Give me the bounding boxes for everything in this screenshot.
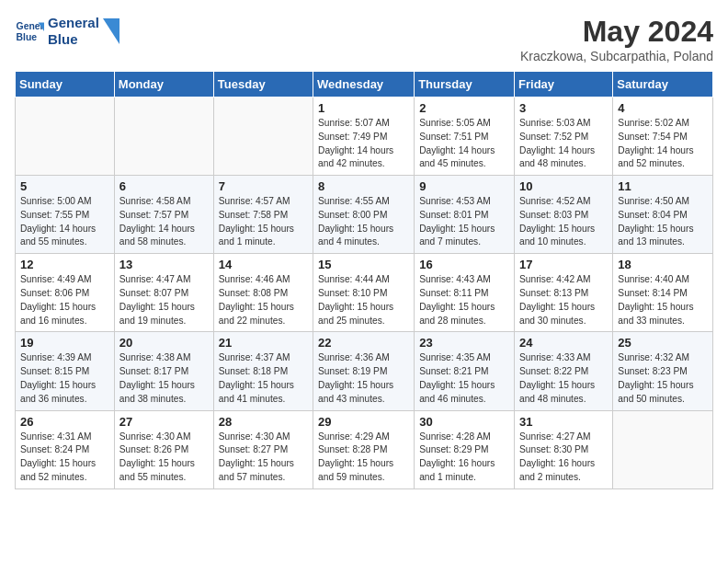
svg-text:Blue: Blue bbox=[17, 32, 38, 42]
day-number: 11 bbox=[618, 179, 708, 193]
day-number: 23 bbox=[419, 336, 509, 350]
day-info: Sunrise: 4:52 AMSunset: 8:03 PMDaylight:… bbox=[519, 195, 608, 249]
day-number: 16 bbox=[419, 258, 509, 271]
day-number: 3 bbox=[519, 101, 608, 115]
calendar-day-cell: 18Sunrise: 4:40 AMSunset: 8:14 PMDayligh… bbox=[613, 254, 713, 332]
calendar-day-cell bbox=[213, 98, 313, 176]
logo-text-blue: Blue bbox=[48, 31, 99, 48]
day-info: Sunrise: 4:39 AMSunset: 8:15 PMDaylight:… bbox=[20, 351, 109, 406]
calendar-day-cell: 1Sunrise: 5:07 AMSunset: 7:49 PMDaylight… bbox=[313, 98, 415, 176]
calendar-day-cell: 10Sunrise: 4:52 AMSunset: 8:03 PMDayligh… bbox=[515, 176, 613, 254]
day-info: Sunrise: 4:44 AMSunset: 8:10 PMDaylight:… bbox=[318, 273, 409, 327]
day-number: 4 bbox=[618, 101, 708, 115]
day-number: 29 bbox=[318, 415, 409, 429]
calendar-day-cell: 24Sunrise: 4:33 AMSunset: 8:22 PMDayligh… bbox=[515, 332, 613, 410]
calendar-day-cell: 16Sunrise: 4:43 AMSunset: 8:11 PMDayligh… bbox=[415, 254, 515, 332]
day-number: 6 bbox=[119, 179, 209, 193]
calendar-day-cell: 26Sunrise: 4:31 AMSunset: 8:24 PMDayligh… bbox=[16, 410, 115, 488]
day-of-week-header: Sunday bbox=[16, 72, 115, 98]
logo-icon: General Blue bbox=[15, 17, 44, 46]
day-number: 5 bbox=[20, 179, 109, 193]
calendar-day-cell bbox=[16, 98, 115, 176]
calendar-day-cell: 14Sunrise: 4:46 AMSunset: 8:08 PMDayligh… bbox=[213, 254, 313, 332]
calendar-day-cell: 7Sunrise: 4:57 AMSunset: 7:58 PMDaylight… bbox=[213, 176, 313, 254]
calendar-day-cell: 2Sunrise: 5:05 AMSunset: 7:51 PMDaylight… bbox=[415, 98, 515, 176]
day-number: 9 bbox=[419, 179, 509, 193]
day-number: 7 bbox=[219, 179, 308, 193]
day-of-week-header: Wednesday bbox=[313, 72, 415, 98]
day-info: Sunrise: 5:00 AMSunset: 7:55 PMDaylight:… bbox=[20, 195, 109, 249]
day-of-week-header: Saturday bbox=[613, 72, 713, 98]
day-info: Sunrise: 4:28 AMSunset: 8:29 PMDaylight:… bbox=[419, 431, 509, 485]
day-number: 28 bbox=[219, 415, 308, 429]
calendar-day-cell: 29Sunrise: 4:29 AMSunset: 8:28 PMDayligh… bbox=[313, 410, 415, 488]
day-info: Sunrise: 4:31 AMSunset: 8:24 PMDaylight:… bbox=[20, 431, 109, 485]
day-info: Sunrise: 4:29 AMSunset: 8:28 PMDaylight:… bbox=[318, 431, 409, 485]
calendar-day-cell: 15Sunrise: 4:44 AMSunset: 8:10 PMDayligh… bbox=[313, 254, 415, 332]
day-number: 2 bbox=[419, 101, 509, 115]
calendar-day-cell: 5Sunrise: 5:00 AMSunset: 7:55 PMDaylight… bbox=[16, 176, 115, 254]
day-info: Sunrise: 5:07 AMSunset: 7:49 PMDaylight:… bbox=[318, 117, 409, 171]
calendar-day-cell: 31Sunrise: 4:27 AMSunset: 8:30 PMDayligh… bbox=[515, 410, 613, 488]
day-of-week-header: Monday bbox=[114, 72, 213, 98]
day-info: Sunrise: 4:50 AMSunset: 8:04 PMDaylight:… bbox=[618, 195, 708, 249]
day-info: Sunrise: 5:05 AMSunset: 7:51 PMDaylight:… bbox=[419, 117, 509, 171]
logo-arrow-icon bbox=[103, 18, 119, 44]
calendar-table: SundayMondayTuesdayWednesdayThursdayFrid… bbox=[15, 71, 713, 489]
logo-text-general: General bbox=[48, 15, 99, 31]
day-number: 30 bbox=[419, 415, 509, 429]
day-number: 8 bbox=[318, 179, 409, 193]
day-info: Sunrise: 4:35 AMSunset: 8:21 PMDaylight:… bbox=[419, 351, 509, 406]
day-info: Sunrise: 4:38 AMSunset: 8:17 PMDaylight:… bbox=[119, 351, 209, 406]
day-info: Sunrise: 4:40 AMSunset: 8:14 PMDaylight:… bbox=[618, 273, 708, 327]
calendar-week-row: 1Sunrise: 5:07 AMSunset: 7:49 PMDaylight… bbox=[16, 98, 713, 176]
calendar-day-cell: 17Sunrise: 4:42 AMSunset: 8:13 PMDayligh… bbox=[515, 254, 613, 332]
day-number: 26 bbox=[20, 415, 109, 429]
calendar-day-cell: 22Sunrise: 4:36 AMSunset: 8:19 PMDayligh… bbox=[313, 332, 415, 410]
day-number: 19 bbox=[20, 336, 109, 350]
calendar-day-cell: 21Sunrise: 4:37 AMSunset: 8:18 PMDayligh… bbox=[213, 332, 313, 410]
day-number: 25 bbox=[618, 336, 708, 350]
day-info: Sunrise: 4:32 AMSunset: 8:23 PMDaylight:… bbox=[618, 351, 708, 406]
calendar-week-row: 5Sunrise: 5:00 AMSunset: 7:55 PMDaylight… bbox=[16, 176, 713, 254]
calendar-day-cell: 3Sunrise: 5:03 AMSunset: 7:52 PMDaylight… bbox=[515, 98, 613, 176]
title-block: May 2024 Kraczkowa, Subcarpathia, Poland bbox=[520, 15, 713, 63]
calendar-day-cell: 23Sunrise: 4:35 AMSunset: 8:21 PMDayligh… bbox=[415, 332, 515, 410]
day-info: Sunrise: 4:53 AMSunset: 8:01 PMDaylight:… bbox=[419, 195, 509, 249]
day-number: 15 bbox=[318, 258, 409, 271]
day-info: Sunrise: 4:57 AMSunset: 7:58 PMDaylight:… bbox=[219, 195, 308, 249]
day-info: Sunrise: 4:37 AMSunset: 8:18 PMDaylight:… bbox=[219, 351, 308, 406]
day-info: Sunrise: 4:46 AMSunset: 8:08 PMDaylight:… bbox=[219, 273, 308, 327]
day-number: 1 bbox=[318, 101, 409, 115]
day-info: Sunrise: 4:36 AMSunset: 8:19 PMDaylight:… bbox=[318, 351, 409, 406]
calendar-day-cell: 9Sunrise: 4:53 AMSunset: 8:01 PMDaylight… bbox=[415, 176, 515, 254]
day-info: Sunrise: 4:30 AMSunset: 8:26 PMDaylight:… bbox=[119, 431, 209, 485]
day-number: 17 bbox=[519, 258, 608, 271]
day-info: Sunrise: 4:47 AMSunset: 8:07 PMDaylight:… bbox=[119, 273, 209, 327]
calendar-day-cell: 13Sunrise: 4:47 AMSunset: 8:07 PMDayligh… bbox=[114, 254, 213, 332]
month-title: May 2024 bbox=[520, 15, 713, 49]
calendar-week-row: 19Sunrise: 4:39 AMSunset: 8:15 PMDayligh… bbox=[16, 332, 713, 410]
calendar-day-cell bbox=[114, 98, 213, 176]
day-number: 22 bbox=[318, 336, 409, 350]
location-subtitle: Kraczkowa, Subcarpathia, Poland bbox=[520, 49, 713, 63]
day-info: Sunrise: 5:03 AMSunset: 7:52 PMDaylight:… bbox=[519, 117, 608, 171]
day-info: Sunrise: 5:02 AMSunset: 7:54 PMDaylight:… bbox=[618, 117, 708, 171]
day-info: Sunrise: 4:27 AMSunset: 8:30 PMDaylight:… bbox=[519, 431, 608, 485]
day-number: 10 bbox=[519, 179, 608, 193]
calendar-day-cell: 4Sunrise: 5:02 AMSunset: 7:54 PMDaylight… bbox=[613, 98, 713, 176]
calendar-week-row: 26Sunrise: 4:31 AMSunset: 8:24 PMDayligh… bbox=[16, 410, 713, 488]
day-number: 18 bbox=[618, 258, 708, 271]
day-number: 13 bbox=[119, 258, 209, 271]
calendar-day-cell: 27Sunrise: 4:30 AMSunset: 8:26 PMDayligh… bbox=[114, 410, 213, 488]
day-number: 27 bbox=[119, 415, 209, 429]
calendar-day-cell: 8Sunrise: 4:55 AMSunset: 8:00 PMDaylight… bbox=[313, 176, 415, 254]
day-info: Sunrise: 4:30 AMSunset: 8:27 PMDaylight:… bbox=[219, 431, 308, 485]
day-number: 31 bbox=[519, 415, 608, 429]
day-of-week-header: Friday bbox=[515, 72, 613, 98]
svg-marker-3 bbox=[103, 18, 119, 44]
calendar-day-cell: 12Sunrise: 4:49 AMSunset: 8:06 PMDayligh… bbox=[16, 254, 115, 332]
day-of-week-header: Thursday bbox=[415, 72, 515, 98]
day-info: Sunrise: 4:33 AMSunset: 8:22 PMDaylight:… bbox=[519, 351, 608, 406]
calendar-day-cell: 20Sunrise: 4:38 AMSunset: 8:17 PMDayligh… bbox=[114, 332, 213, 410]
